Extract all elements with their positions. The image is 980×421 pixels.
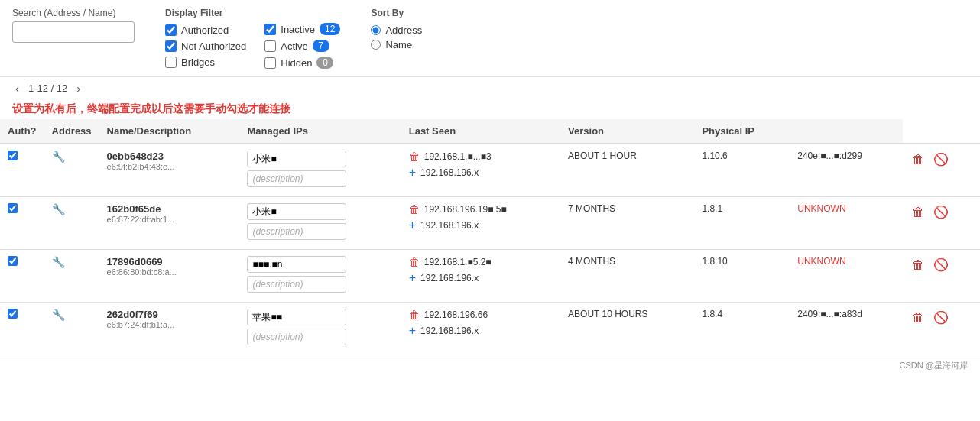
last-seen-cell-1: 7 MONTHS [560, 197, 694, 250]
name-input-3[interactable] [247, 309, 346, 325]
filter-hidden[interactable]: Hidden 0 [264, 57, 340, 69]
search-label: Search (Address / Name) [12, 8, 135, 18]
filter-not-authorized[interactable]: Not Authorized [165, 40, 246, 52]
add-ip-icon-0[interactable]: + [409, 166, 416, 180]
sort-address[interactable]: Address [371, 24, 422, 36]
col-version: Version [560, 119, 694, 144]
name-input-0[interactable] [247, 151, 346, 167]
address-cell-3: 262d0f7f69e6:b7:24:df:b1:a... [99, 303, 240, 355]
deauth-button-0[interactable]: 🚫 [932, 151, 950, 168]
version-cell-2: 1.8.10 [694, 250, 790, 303]
filter-bridges-label: Bridges [181, 57, 215, 68]
address-mac-1: e6:87:22:df:ab:1... [107, 215, 232, 224]
address-id-2: 17896d0669 [107, 256, 232, 267]
table-container: Auth? Address Name/Description Managed I… [0, 119, 980, 355]
managed-ip-0-2: 192.168.1.■5.2■ [424, 257, 492, 267]
sort-name[interactable]: Name [371, 39, 422, 50]
sort-section: Sort By Address Name [371, 8, 422, 50]
actions-cell-0: 🗑🚫 [903, 144, 980, 197]
wrench-icon-0[interactable]: 🔧 [52, 151, 65, 163]
search-input[interactable] [12, 21, 135, 43]
filter-inactive[interactable]: Inactive 12 [264, 23, 340, 35]
table-row: 🔧262d0f7f69e6:b7:24:df:b1:a...🗑192.168.1… [0, 303, 980, 355]
desc-input-1[interactable] [247, 223, 346, 240]
version-cell-1: 1.8.1 [694, 197, 790, 250]
delete-button-1[interactable]: 🗑 [910, 204, 926, 221]
address-mac-0: e6:9f:b2:b4:43:e... [107, 162, 232, 171]
table-row: 🔧162b0f65dee6:87:22:df:ab:1...🗑192.168.1… [0, 197, 980, 250]
version-cell-3: 1.8.4 [694, 303, 790, 355]
physical-ip-cell-2: UNKNOWN [790, 250, 902, 303]
table-row: 🔧0ebb648d23e6:9f:b2:b4:43:e...🗑192.168.1… [0, 144, 980, 197]
filter-authorized[interactable]: Authorized [165, 24, 246, 36]
sort-name-radio[interactable] [371, 40, 381, 50]
wrench-icon-2[interactable]: 🔧 [52, 256, 65, 268]
unknown-text-2: UNKNOWN [797, 256, 845, 267]
col-address: Address [44, 119, 99, 144]
delete-button-3[interactable]: 🗑 [910, 309, 926, 326]
filter-not-authorized-label: Not Authorized [181, 40, 246, 52]
filter-active[interactable]: Active 7 [264, 40, 340, 52]
trash-ip-icon-0[interactable]: 🗑 [409, 151, 420, 163]
name-input-1[interactable] [247, 203, 346, 220]
last-seen-cell-0: ABOUT 1 HOUR [560, 144, 694, 197]
address-id-3: 262d0f7f69 [107, 309, 232, 320]
add-ip-icon-1[interactable]: + [409, 219, 416, 232]
name-input-2[interactable] [247, 256, 346, 273]
managed-ips-cell-1: 🗑192.168.196.19■ 5■+192.168.196.x [401, 197, 560, 250]
pagination-range: 1-12 / 12 [28, 83, 67, 94]
managed-ip-0-0: 192.168.1.■...■3 [424, 151, 492, 162]
pagination-prev[interactable]: ‹ [12, 82, 22, 95]
desc-input-0[interactable] [247, 170, 346, 187]
annotation-text: 设置为私有后，终端配置完成以后这需要手动勾选才能连接 [0, 99, 980, 119]
version-cell-0: 1.10.6 [694, 144, 790, 197]
filter-authorized-checkbox[interactable] [165, 24, 177, 36]
deauth-button-2[interactable]: 🚫 [932, 256, 950, 274]
trash-ip-icon-2[interactable]: 🗑 [409, 256, 420, 268]
auth-checkbox-1[interactable] [8, 203, 18, 213]
filter-bridges-checkbox[interactable] [165, 57, 177, 68]
wrench-icon-1[interactable]: 🔧 [52, 203, 65, 215]
filter-active-checkbox[interactable] [264, 40, 276, 52]
address-id-1: 162b0f65de [107, 203, 232, 215]
filter-authorized-label: Authorized [181, 24, 229, 36]
desc-input-2[interactable] [247, 276, 346, 293]
actions-cell-2: 🗑🚫 [903, 250, 980, 303]
wrench-icon-3[interactable]: 🔧 [52, 309, 65, 321]
sort-name-label: Name [385, 39, 412, 50]
desc-input-3[interactable] [247, 329, 346, 345]
add-ip-icon-2[interactable]: + [409, 271, 416, 285]
display-filter-section: Display Filter Authorized Not Authorized… [165, 8, 340, 69]
filter-active-label: Active [281, 40, 307, 52]
deauth-button-1[interactable]: 🚫 [932, 203, 950, 221]
address-cell-2: 17896d0669e6:86:80:bd:c8:a... [99, 250, 240, 303]
auth-checkbox-3[interactable] [8, 309, 18, 319]
search-section: Search (Address / Name) [12, 8, 135, 43]
trash-ip-icon-3[interactable]: 🗑 [409, 309, 420, 321]
add-ip-icon-3[interactable]: + [409, 324, 416, 338]
address-id-0: 0ebb648d23 [107, 151, 232, 162]
deauth-button-3[interactable]: 🚫 [932, 309, 950, 326]
table-row: 🔧17896d0669e6:86:80:bd:c8:a...🗑192.168.1… [0, 250, 980, 303]
auth-cell-1 [0, 197, 44, 250]
address-mac-3: e6:b7:24:df:b1:a... [107, 320, 232, 329]
auth-checkbox-2[interactable] [8, 256, 18, 266]
delete-button-2[interactable]: 🗑 [910, 257, 926, 274]
filter-inactive-checkbox[interactable] [264, 24, 276, 35]
col-managed-ips: Managed IPs [239, 119, 401, 144]
filter-hidden-checkbox[interactable] [264, 57, 276, 69]
trash-ip-icon-1[interactable]: 🗑 [409, 203, 420, 215]
managed-ip-1-2: 192.168.196.x [420, 273, 479, 283]
col-auth: Auth? [0, 119, 44, 144]
delete-button-0[interactable]: 🗑 [910, 151, 926, 168]
sort-address-radio[interactable] [371, 25, 381, 35]
managed-ip-1-1: 192.168.196.x [420, 220, 479, 231]
pagination-next[interactable]: › [73, 82, 83, 95]
address-cell-1: 162b0f65dee6:87:22:df:ab:1... [99, 197, 240, 250]
physical-ip-cell-0: 240e:■...■:d299 [790, 144, 902, 197]
filter-bridges[interactable]: Bridges [165, 57, 246, 68]
managed-ip-0-1: 192.168.196.19■ 5■ [424, 204, 507, 215]
managed-ip-1-0: 192.168.196.x [420, 167, 479, 178]
auth-checkbox-0[interactable] [8, 151, 18, 160]
filter-not-authorized-checkbox[interactable] [165, 40, 177, 52]
